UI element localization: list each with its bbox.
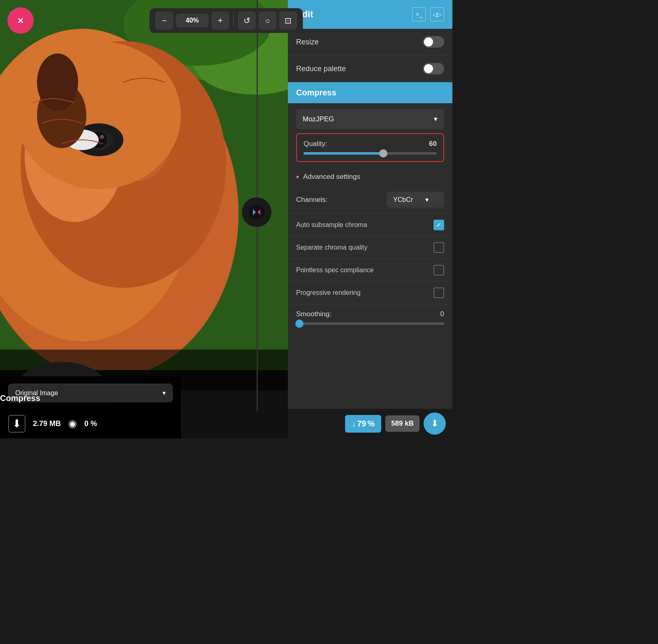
quality-value: 60 — [429, 140, 437, 148]
compress-title-left: Compress — [0, 394, 40, 403]
channels-value: YCbCr — [393, 196, 413, 204]
toolbar-divider — [234, 14, 234, 27]
circle-button[interactable]: ○ — [259, 12, 277, 30]
reduction-value: 79 — [357, 419, 366, 429]
zoom-display: 40% — [176, 14, 209, 28]
separate-chroma-checkbox[interactable] — [433, 242, 444, 253]
reduction-badge: ↓79% — [345, 415, 381, 433]
download-icon-left: ⬇ — [8, 415, 25, 433]
channels-label: Channels: — [296, 196, 328, 204]
quality-slider-thumb[interactable] — [379, 149, 387, 158]
svg-point-16 — [37, 53, 78, 111]
crop-button[interactable]: ⊡ — [279, 12, 297, 30]
svg-point-20 — [249, 204, 264, 220]
resize-toggle[interactable] — [423, 36, 444, 48]
advanced-settings-label: Advanced settings — [303, 173, 360, 181]
smoothing-slider-thumb[interactable] — [295, 320, 304, 328]
smoothing-row: Smoothing: 0 — [296, 310, 444, 318]
advanced-chevron-icon: ▾ — [296, 174, 299, 180]
pointless-spec-label: Pointless spec compliance — [296, 266, 374, 274]
arrows-icon: ◁▷ — [433, 11, 442, 18]
crop-icon: ⊡ — [285, 16, 292, 25]
resize-row: Resize — [288, 29, 452, 56]
zoom-out-button[interactable]: − — [155, 12, 174, 30]
rotate-icon: ↺ — [243, 16, 250, 25]
download-button[interactable]: ⬇ — [424, 412, 446, 435]
advanced-settings-toggle[interactable]: ▾ Advanced settings — [288, 166, 452, 188]
toggle-view-button[interactable] — [242, 197, 271, 227]
bottom-status-right: ↓79% 589 kB ⬇ — [288, 409, 452, 438]
zoom-out-icon: − — [162, 16, 167, 25]
reduce-palette-label: Reduce palette — [296, 65, 346, 73]
right-panel: Edit >_ ◁▷ Resize Reduce palette Compres… — [288, 0, 452, 438]
compress-section-header: Compress — [288, 82, 452, 103]
arrows-icon-button[interactable]: ◁▷ — [430, 7, 444, 21]
separate-chroma-label: Separate chroma quality — [296, 244, 367, 251]
close-icon: × — [18, 15, 23, 26]
terminal-icon: >_ — [416, 11, 422, 18]
auto-subsample-checkbox[interactable] — [433, 220, 444, 230]
bottom-status-left: ⬇ 2.79 MB ◉ 0 % — [0, 409, 181, 438]
header-icons: >_ ◁▷ — [412, 7, 444, 21]
smoothing-slider-track[interactable] — [296, 322, 444, 325]
resize-label: Resize — [296, 38, 319, 46]
bottom-panel-title: Compress — [0, 394, 181, 409]
quality-section: Quality: 60 — [296, 133, 444, 162]
zoom-in-button[interactable]: + — [211, 12, 229, 30]
smoothing-label: Smoothing: — [296, 310, 331, 318]
quality-row: Quality: 60 — [304, 140, 437, 148]
compress-title: Compress — [296, 88, 336, 97]
progressive-label: Progressive rendering — [296, 289, 361, 297]
file-icon-left: ◉ — [68, 418, 77, 429]
svg-point-13 — [100, 135, 104, 139]
terminal-icon-button[interactable]: >_ — [412, 7, 426, 21]
circle-icon: ○ — [265, 16, 270, 25]
right-panel-header: Edit >_ ◁▷ — [288, 0, 452, 29]
quality-label: Quality: — [304, 140, 327, 148]
close-button[interactable]: × — [7, 7, 34, 34]
channels-dropdown[interactable]: YCbCr ▾ — [387, 192, 444, 208]
codec-dropdown[interactable]: MozJPEG ▾ — [296, 109, 444, 129]
rotate-button[interactable]: ↺ — [238, 12, 256, 30]
progressive-row: Progressive rendering — [288, 281, 452, 304]
codec-chevron-icon: ▾ — [434, 115, 438, 123]
toolbar: − 40% + ↺ ○ ⊡ — [150, 8, 303, 33]
size-value: 589 kB — [391, 419, 414, 427]
bottom-left-panel: Compress Original Image ▾ — [0, 376, 181, 409]
progressive-checkbox[interactable] — [433, 287, 444, 298]
reduction-unit: % — [367, 419, 375, 429]
smoothing-section: Smoothing: 0 — [288, 304, 452, 331]
auto-subsample-label: Auto subsample chroma — [296, 221, 367, 229]
reduce-palette-toggle[interactable] — [423, 63, 444, 74]
zoom-unit: % — [193, 17, 199, 24]
pointless-spec-checkbox[interactable] — [433, 265, 444, 276]
download-icon: ⬇ — [431, 418, 438, 429]
reduction-arrow-icon: ↓ — [352, 419, 356, 429]
percent-label: 0 % — [84, 419, 97, 428]
auto-subsample-row: Auto subsample chroma — [288, 213, 452, 236]
pointless-spec-row: Pointless spec compliance — [288, 259, 452, 281]
channels-row: Channels: YCbCr ▾ — [288, 188, 452, 213]
codec-label: MozJPEG — [303, 115, 334, 123]
separate-chroma-row: Separate chroma quality — [288, 236, 452, 259]
reduce-palette-row: Reduce palette — [288, 56, 452, 82]
zoom-value: 40 — [185, 17, 193, 24]
quality-slider-track[interactable] — [304, 152, 437, 155]
file-size-label: 2.79 MB — [33, 419, 61, 428]
size-badge: 589 kB — [385, 415, 419, 432]
channels-chevron-icon: ▾ — [425, 196, 429, 204]
smoothing-value: 0 — [440, 310, 444, 318]
zoom-in-icon: + — [218, 16, 223, 25]
